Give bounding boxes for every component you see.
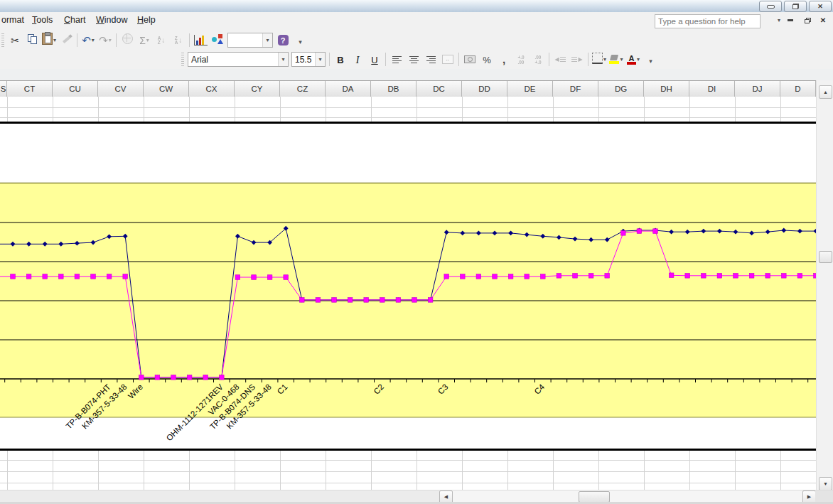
- toolbar-options-button[interactable]: ▾: [292, 33, 308, 48]
- copy-button[interactable]: [24, 33, 40, 48]
- toolbar-options-button[interactable]: ▾: [643, 52, 658, 67]
- magenta-square-series-marker[interactable]: [139, 375, 144, 380]
- redo-button[interactable]: ↷▾: [97, 33, 113, 48]
- column-header-CZ[interactable]: CZ: [280, 81, 326, 97]
- font-name-combo-dropdown-icon[interactable]: ▾: [278, 53, 288, 66]
- column-header-DA[interactable]: DA: [326, 81, 371, 97]
- magenta-square-series-marker[interactable]: [348, 298, 353, 303]
- comma-style-button[interactable]: ,: [496, 52, 512, 67]
- magenta-square-series-marker[interactable]: [669, 273, 674, 278]
- column-header-CT[interactable]: CT: [7, 81, 53, 97]
- help-button[interactable]: ?: [275, 33, 291, 48]
- autosum-button[interactable]: Σ▾: [136, 33, 152, 48]
- column-header-S[interactable]: S: [0, 81, 7, 97]
- magenta-square-series-marker[interactable]: [396, 298, 401, 303]
- align-center-button[interactable]: [406, 52, 421, 67]
- chart-wizard-button[interactable]: [193, 33, 208, 48]
- format-painter-button[interactable]: [58, 33, 74, 48]
- magenta-square-series-marker[interactable]: [749, 274, 754, 279]
- toolbar-grip[interactable]: [1, 33, 4, 47]
- magenta-square-series-marker[interactable]: [493, 274, 498, 279]
- underline-button[interactable]: U: [367, 52, 382, 67]
- column-header-DJ[interactable]: DJ: [735, 81, 780, 97]
- borders-dropdown-icon[interactable]: ▾: [603, 56, 606, 63]
- magenta-square-series-marker[interactable]: [75, 274, 80, 279]
- increase-decimal-button[interactable]: +.0.00: [513, 52, 529, 67]
- workbook-minimize-button[interactable]: [785, 15, 796, 26]
- column-header-CU[interactable]: CU: [53, 81, 98, 97]
- menu-chart[interactable]: Chart: [64, 15, 86, 25]
- column-header-DI[interactable]: DI: [689, 81, 735, 97]
- magenta-square-series-marker[interactable]: [589, 274, 593, 279]
- column-header-DB[interactable]: DB: [371, 81, 416, 97]
- worksheet-cells-bottom[interactable]: [0, 451, 816, 490]
- magenta-square-series-marker[interactable]: [252, 275, 257, 280]
- magenta-square-series-marker[interactable]: [300, 298, 305, 303]
- align-left-button[interactable]: [389, 52, 404, 67]
- column-header-CX[interactable]: CX: [189, 81, 235, 97]
- magenta-square-series-marker[interactable]: [765, 274, 770, 279]
- column-header-D[interactable]: D: [780, 81, 816, 97]
- magenta-square-series-marker[interactable]: [220, 375, 225, 380]
- column-header-DD[interactable]: DD: [462, 81, 507, 97]
- column-header-CV[interactable]: CV: [98, 81, 144, 97]
- magenta-square-series-marker[interactable]: [557, 274, 561, 279]
- magenta-square-series-marker[interactable]: [11, 274, 16, 279]
- fill-color-dropdown-icon[interactable]: ▾: [620, 56, 623, 63]
- magenta-square-series-marker[interactable]: [782, 274, 787, 279]
- paste-dropdown-icon[interactable]: ▾: [53, 37, 56, 43]
- horizontal-scroll-track[interactable]: [452, 490, 802, 503]
- paste-button[interactable]: ▾: [41, 33, 57, 48]
- borders-button[interactable]: ▾: [591, 52, 607, 67]
- font-name-combo[interactable]: Arial▾: [188, 52, 289, 67]
- magenta-square-series-marker[interactable]: [284, 275, 289, 280]
- magenta-square-series-marker[interactable]: [171, 375, 176, 380]
- horizontal-scroll-thumb[interactable]: [579, 491, 610, 503]
- column-header-DE[interactable]: DE: [507, 81, 553, 97]
- undo-button[interactable]: ↶▾: [80, 33, 96, 48]
- magenta-square-series-marker[interactable]: [525, 274, 530, 279]
- align-right-button[interactable]: [423, 52, 439, 67]
- magenta-square-series-marker[interactable]: [123, 274, 128, 279]
- column-header-CW[interactable]: CW: [144, 81, 189, 97]
- scroll-up-button[interactable]: ▲: [819, 85, 832, 99]
- chart-plot-area[interactable]: TP-B-B074-PHTKM-357-5-33-48WireOHM-1112-…: [0, 124, 816, 449]
- vertical-scroll-thumb[interactable]: [819, 251, 832, 263]
- fill-color-button[interactable]: ▾: [608, 52, 624, 67]
- undo-dropdown-icon[interactable]: ▾: [92, 37, 95, 43]
- bold-button[interactable]: B: [333, 52, 348, 67]
- zoom-combo-dropdown-icon[interactable]: ▾: [262, 33, 272, 47]
- font-size-combo-dropdown-icon[interactable]: ▾: [315, 53, 325, 66]
- toolbar-grip[interactable]: [181, 53, 184, 66]
- drawing-button[interactable]: [210, 33, 225, 48]
- magenta-square-series-marker[interactable]: [26, 274, 31, 279]
- magenta-square-series-marker[interactable]: [797, 274, 802, 279]
- magenta-square-series-marker[interactable]: [412, 298, 417, 303]
- redo-dropdown-icon[interactable]: ▾: [109, 37, 112, 43]
- font-color-button[interactable]: A▾: [625, 52, 641, 67]
- vertical-scrollbar[interactable]: ▲ ▼: [816, 80, 833, 490]
- magenta-square-series-marker[interactable]: [685, 274, 690, 279]
- magenta-square-series-marker[interactable]: [621, 231, 626, 236]
- increase-indent-button[interactable]: ▶: [569, 52, 585, 67]
- font-size-combo[interactable]: 15.5▾: [291, 52, 326, 67]
- menu-ormat[interactable]: ormat: [1, 15, 24, 25]
- magenta-square-series-marker[interactable]: [155, 375, 160, 380]
- window-close-button[interactable]: ✕: [809, 1, 832, 12]
- magenta-square-series-marker[interactable]: [364, 298, 369, 303]
- column-header-DG[interactable]: DG: [598, 81, 644, 97]
- sort-descending-button[interactable]: ZA↓: [171, 33, 186, 48]
- column-header-CY[interactable]: CY: [235, 81, 280, 97]
- insert-hyperlink-button[interactable]: [119, 33, 135, 48]
- percent-style-button[interactable]: %: [479, 52, 495, 67]
- magenta-square-series-marker[interactable]: [573, 274, 578, 279]
- magenta-square-series-marker[interactable]: [107, 274, 112, 279]
- magenta-square-series-marker[interactable]: [267, 275, 272, 280]
- magenta-square-series-marker[interactable]: [43, 274, 48, 279]
- window-minimize-button[interactable]: [759, 1, 782, 12]
- question-dropdown-icon[interactable]: ▾: [778, 17, 780, 23]
- magenta-square-series-marker[interactable]: [187, 375, 192, 380]
- menu-window[interactable]: Window: [96, 15, 127, 25]
- cut-button[interactable]: ✂: [7, 33, 23, 48]
- magenta-square-series-marker[interactable]: [637, 229, 642, 234]
